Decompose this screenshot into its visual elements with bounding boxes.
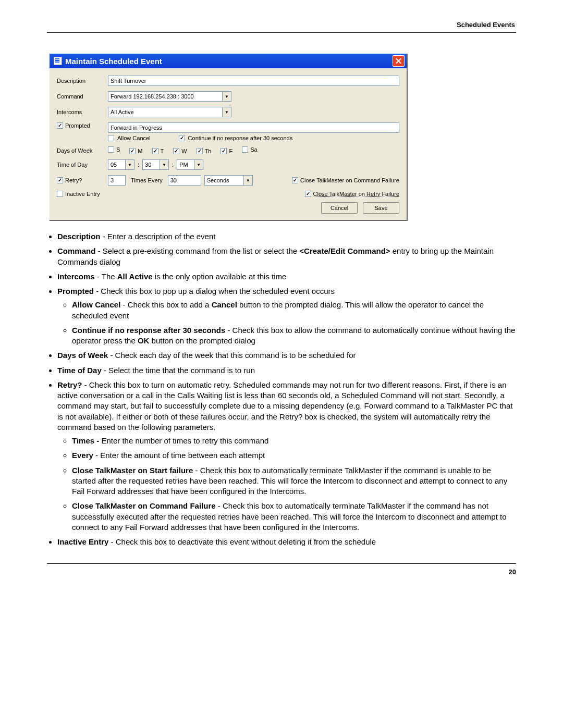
retry-checkbox[interactable] [57, 177, 63, 183]
page-number: 20 [47, 568, 516, 576]
continue-30-checkbox[interactable] [179, 135, 185, 141]
dialog-titlebar: Maintain Scheduled Event [50, 54, 407, 68]
day-label: S [116, 146, 120, 153]
chevron-down-icon[interactable]: ▼ [160, 159, 169, 170]
label-description: Description [57, 78, 108, 84]
day-checkbox-f[interactable] [221, 148, 227, 154]
minute-select[interactable]: 30 [142, 159, 160, 170]
day-label: Th [205, 148, 212, 154]
day-checkbox-sa[interactable] [242, 146, 248, 153]
chevron-down-icon[interactable]: ▼ [222, 107, 231, 117]
day-label: Sa [250, 146, 257, 153]
label-time-of-day: Time of Day [57, 162, 108, 168]
label-command: Command [57, 93, 108, 100]
prompt-message-input[interactable]: Forward in Progress [108, 122, 399, 133]
days-container: SMTWThFSa [108, 146, 267, 154]
hour-select[interactable]: 05 [108, 159, 125, 170]
day-option: W [173, 148, 187, 154]
command-select[interactable]: Forward 192.168.254.238 : 3000 [108, 91, 222, 102]
time-colon-1: : [138, 162, 139, 168]
allow-cancel-checkbox[interactable] [108, 135, 114, 141]
prompted-checkbox[interactable] [57, 122, 63, 129]
chevron-down-icon[interactable]: ▼ [222, 91, 231, 102]
retry-every-value-input[interactable]: 30 [168, 175, 201, 186]
close-on-command-failure-checkbox[interactable] [292, 177, 298, 183]
chevron-down-icon[interactable]: ▼ [243, 175, 253, 186]
day-label: W [181, 148, 187, 154]
day-checkbox-th[interactable] [197, 148, 203, 154]
chevron-down-icon[interactable]: ▼ [194, 159, 203, 170]
day-option: M [129, 148, 142, 154]
day-checkbox-s[interactable] [108, 146, 114, 153]
label-times-every: Times Every [131, 177, 163, 183]
label-retry: Retry? [65, 177, 82, 183]
day-option: Th [197, 148, 212, 154]
close-on-retry-failure-checkbox[interactable] [305, 191, 311, 197]
label-inactive-entry: Inactive Entry [65, 191, 100, 197]
day-label: M [138, 148, 142, 154]
day-option: T [152, 148, 164, 154]
day-option: F [221, 148, 232, 154]
day-option: Sa [242, 146, 257, 153]
ampm-select[interactable]: PM [177, 159, 194, 170]
label-close-cmd-fail: Close TalkMaster on Command Failure [300, 177, 399, 183]
time-colon-2: : [172, 162, 174, 168]
day-checkbox-t[interactable] [152, 148, 158, 154]
day-option: S [108, 146, 120, 153]
retry-every-unit-select[interactable]: Seconds [204, 175, 243, 186]
footer-divider [47, 563, 516, 564]
label-continue-30: Continue if no response after 30 seconds [188, 135, 293, 141]
dialog-title: Maintain Scheduled Event [65, 57, 162, 66]
inactive-entry-checkbox[interactable] [57, 191, 63, 197]
label-intercoms: Intercoms [57, 109, 108, 115]
header-section-title: Scheduled Events [47, 21, 516, 29]
description-input[interactable]: Shift Turnover [108, 76, 399, 86]
help-text: Description - Enter a description of the… [47, 231, 516, 547]
day-checkbox-m[interactable] [129, 148, 136, 154]
label-close-retry-fail: Close TalkMaster on Retry Failure [313, 191, 399, 197]
day-label: F [229, 148, 232, 154]
app-icon [54, 57, 62, 65]
close-icon[interactable] [393, 55, 405, 67]
intercoms-select[interactable]: All Active [108, 107, 222, 117]
day-label: T [161, 148, 164, 154]
retry-times-input[interactable]: 3 [108, 175, 126, 186]
header-divider [47, 32, 516, 33]
maintain-scheduled-event-dialog: Maintain Scheduled Event Description Shi… [50, 54, 408, 221]
save-button[interactable]: Save [363, 202, 399, 214]
label-days-of-week: Days of Week [57, 147, 108, 154]
chevron-down-icon[interactable]: ▼ [125, 159, 134, 170]
label-prompted: Prompted [65, 122, 90, 129]
label-allow-cancel: Allow Cancel [117, 135, 151, 141]
cancel-button[interactable]: Cancel [321, 202, 358, 214]
day-checkbox-w[interactable] [173, 148, 179, 154]
